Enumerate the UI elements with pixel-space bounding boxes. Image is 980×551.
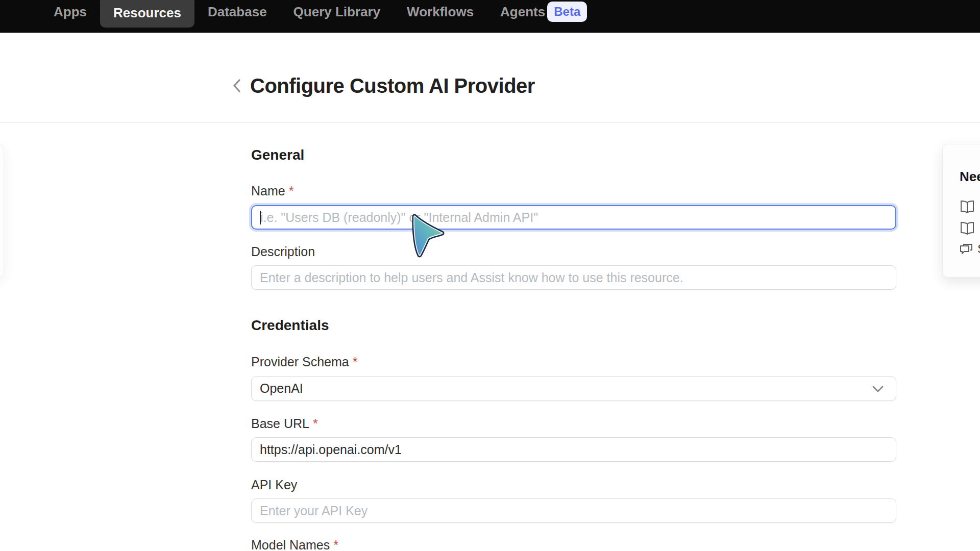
chevron-down-icon [871, 384, 885, 394]
page-title: Configure Custom AI Provider [250, 74, 535, 97]
api-key-label-text: API Key [251, 478, 297, 492]
help-link-docs-2[interactable] [960, 221, 980, 236]
api-key-input[interactable] [251, 498, 896, 523]
provider-schema-selected-value: OpenAI [260, 381, 303, 396]
name-input[interactable] [251, 205, 896, 230]
tab-database[interactable]: Database [194, 4, 280, 20]
provider-schema-field-label: Provider Schema * [251, 355, 357, 369]
required-asterisk: * [289, 184, 294, 198]
left-peek-card [0, 144, 4, 278]
required-asterisk: * [313, 416, 318, 431]
header-divider [0, 122, 980, 123]
help-link-label: S [977, 242, 980, 256]
text-caret [260, 211, 261, 224]
base-url-field-label: Base URL * [251, 416, 318, 431]
tab-apps[interactable]: Apps [40, 4, 100, 20]
model-names-field-label: Model Names * [251, 538, 338, 551]
chevron-left-icon [231, 78, 242, 93]
description-field-label: Description [251, 244, 315, 259]
back-button[interactable] [228, 77, 246, 95]
required-asterisk: * [353, 355, 358, 369]
model-names-label-text: Model Names [251, 538, 330, 551]
tab-agents[interactable]: Agents [487, 4, 545, 20]
api-key-field-label: API Key [251, 478, 297, 492]
tab-query-library[interactable]: Query Library [280, 4, 394, 20]
help-panel: Nee S [942, 144, 980, 278]
description-label-text: Description [251, 244, 315, 259]
help-link-support[interactable]: S [960, 242, 980, 256]
nav-tabs: Apps Resources Database Query Library Wo… [0, 0, 980, 28]
tab-workflows[interactable]: Workflows [394, 4, 487, 20]
description-input[interactable] [251, 265, 896, 290]
book-icon [960, 200, 975, 214]
name-label-text: Name [251, 184, 285, 198]
provider-schema-select[interactable]: OpenAI [251, 376, 896, 401]
required-asterisk: * [333, 538, 338, 551]
section-title-general: General [251, 147, 304, 163]
provider-schema-label-text: Provider Schema [251, 355, 349, 369]
chat-icon [960, 243, 973, 255]
book-icon [960, 221, 975, 236]
section-title-credentials: Credentials [251, 317, 329, 334]
help-link-docs-1[interactable] [960, 200, 980, 214]
help-panel-title: Nee [960, 169, 980, 185]
base-url-input[interactable] [251, 437, 896, 462]
top-navigation-bar: Apps Resources Database Query Library Wo… [0, 0, 980, 33]
name-field-label: Name * [251, 184, 293, 198]
tab-resources[interactable]: Resources [100, 0, 194, 28]
beta-badge: Beta [547, 2, 587, 22]
base-url-label-text: Base URL [251, 416, 309, 431]
